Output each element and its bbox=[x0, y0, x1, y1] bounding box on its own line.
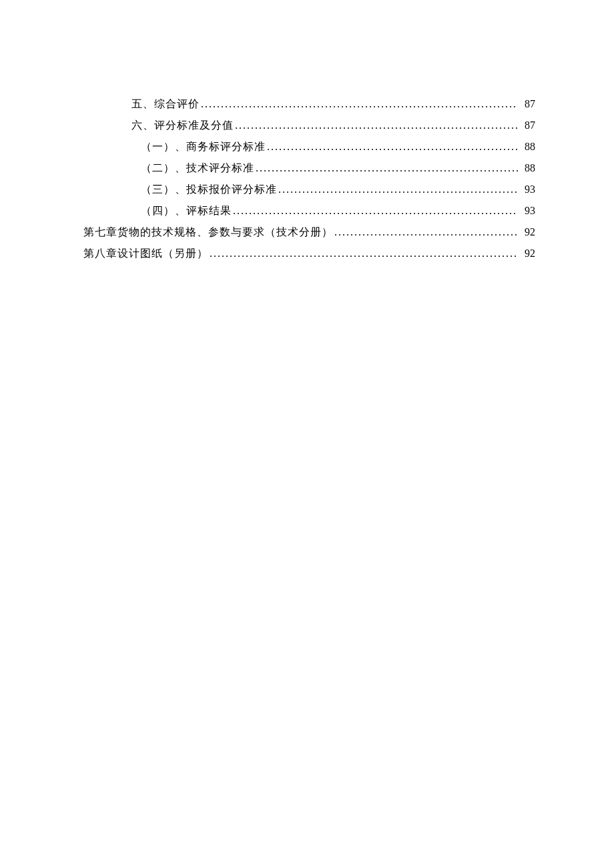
toc-entry: 六、评分标准及分值 87 bbox=[83, 115, 535, 136]
toc-entry-label: （二）、技术评分标准 bbox=[141, 157, 254, 179]
toc-entry: 第七章货物的技术规格、参数与要求（技术分册） 92 bbox=[83, 222, 535, 243]
toc-entry-page: 92 bbox=[519, 243, 535, 264]
table-of-contents: 五、综合评价 87 六、评分标准及分值 87 （一）、商务标评分标准 88 （二… bbox=[83, 93, 535, 264]
toc-entry-label: （一）、商务标评分标准 bbox=[141, 136, 266, 157]
toc-entry-label: 六、评分标准及分值 bbox=[131, 115, 234, 136]
toc-entry-label: （三）、投标报价评分标准 bbox=[141, 179, 277, 200]
toc-entry-page: 93 bbox=[519, 200, 535, 222]
toc-entry-page: 87 bbox=[519, 93, 535, 115]
toc-leader-dots bbox=[334, 222, 518, 243]
toc-entry-page: 88 bbox=[519, 136, 535, 157]
toc-leader-dots bbox=[210, 243, 518, 264]
toc-entry: （四）、评标结果 93 bbox=[83, 200, 535, 222]
toc-entry-page: 93 bbox=[519, 179, 535, 200]
toc-leader-dots bbox=[233, 200, 518, 222]
toc-entry: （二）、技术评分标准 88 bbox=[83, 157, 535, 179]
toc-leader-dots bbox=[201, 93, 518, 115]
toc-entry-label: （四）、评标结果 bbox=[141, 200, 232, 222]
toc-entry-label: 第八章设计图纸（另册） bbox=[83, 243, 208, 264]
toc-entry: 第八章设计图纸（另册） 92 bbox=[83, 243, 535, 264]
toc-entry: 五、综合评价 87 bbox=[83, 93, 535, 115]
toc-entry-page: 92 bbox=[519, 222, 535, 243]
toc-entry-label: 五、综合评价 bbox=[131, 93, 200, 115]
toc-entry-label: 第七章货物的技术规格、参数与要求（技术分册） bbox=[83, 222, 333, 243]
toc-leader-dots bbox=[278, 179, 518, 200]
toc-entry: （一）、商务标评分标准 88 bbox=[83, 136, 535, 157]
toc-leader-dots bbox=[267, 136, 518, 157]
toc-entry-page: 87 bbox=[519, 115, 535, 136]
toc-entry: （三）、投标报价评分标准 93 bbox=[83, 179, 535, 200]
toc-leader-dots bbox=[256, 157, 518, 179]
toc-entry-page: 88 bbox=[519, 157, 535, 179]
toc-leader-dots bbox=[235, 115, 518, 136]
